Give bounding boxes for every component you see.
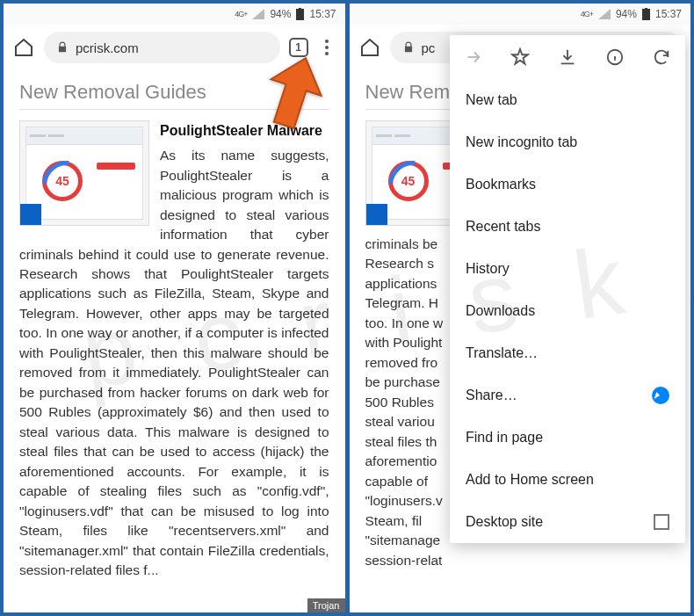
menu-new-tab[interactable]: New tab <box>450 79 685 121</box>
menu-find[interactable]: Find in page <box>450 417 685 459</box>
menu-bookmarks[interactable]: Bookmarks <box>450 163 685 206</box>
messenger-icon <box>652 387 669 404</box>
menu-desktop-site[interactable]: Desktop site <box>450 501 685 543</box>
gauge-icon: 45 <box>42 161 83 201</box>
home-icon <box>13 37 34 58</box>
home-button[interactable] <box>358 36 381 59</box>
lock-icon <box>402 41 415 54</box>
battery-percent: 94% <box>270 8 291 20</box>
page-content: New Removal Guides 45 PoulightStealer Ma… <box>4 70 345 591</box>
toolbar: pcrisk.com 1 <box>4 25 345 70</box>
address-bar[interactable]: pcrisk.com <box>44 32 280 63</box>
phone-right: 4G+ 94% 15:37 pc New Rem 45 crimina <box>350 4 691 612</box>
menu-button[interactable] <box>317 40 336 55</box>
menu-incognito[interactable]: New incognito tab <box>450 121 685 163</box>
category-tag: Trojan <box>307 598 345 612</box>
menu-downloads[interactable]: Downloads <box>450 290 685 332</box>
signal-icon <box>252 9 264 19</box>
battery-icon <box>296 8 304 20</box>
checkbox-icon[interactable] <box>654 514 669 530</box>
forward-icon[interactable] <box>464 47 483 67</box>
svg-rect-2 <box>299 8 301 10</box>
status-bar: 4G+ 94% 15:37 <box>4 4 345 25</box>
menu-share[interactable]: Share… <box>450 374 685 417</box>
home-icon <box>359 37 380 58</box>
tabs-button[interactable]: 1 <box>289 38 308 57</box>
blue-square <box>366 204 387 225</box>
battery-icon <box>642 8 650 20</box>
menu-history[interactable]: History <box>450 248 685 290</box>
url-text: pc <box>422 40 436 55</box>
star-icon[interactable] <box>510 47 530 67</box>
menu-translate[interactable]: Translate… <box>450 332 685 374</box>
svg-rect-1 <box>296 9 304 20</box>
network-indicator: 4G+ <box>235 10 247 18</box>
status-bar: 4G+ 94% 15:37 <box>350 4 691 25</box>
battery-percent: 94% <box>616 8 637 20</box>
blue-square <box>20 204 41 225</box>
article: 45 PoulightStealer Malware As its name s… <box>19 120 329 581</box>
lock-icon <box>56 41 69 54</box>
menu-recent-tabs[interactable]: Recent tabs <box>450 206 685 248</box>
clock: 15:37 <box>309 8 336 20</box>
red-bar <box>97 163 135 170</box>
phone-left: 4G+ 94% 15:37 pcrisk.com 1 New Removal G… <box>4 4 345 612</box>
reload-icon[interactable] <box>652 47 671 67</box>
page-heading: New Removal Guides <box>19 81 329 110</box>
info-icon[interactable] <box>605 47 625 67</box>
download-icon[interactable] <box>558 47 577 67</box>
clock: 15:37 <box>655 8 682 20</box>
home-button[interactable] <box>12 36 35 59</box>
menu-add-home[interactable]: Add to Home screen <box>450 459 685 501</box>
signal-icon <box>598 9 611 19</box>
gauge-icon: 45 <box>388 161 429 201</box>
url-text: pcrisk.com <box>76 40 139 55</box>
svg-rect-3 <box>642 9 650 20</box>
svg-rect-4 <box>645 8 647 10</box>
overflow-menu: New tab New incognito tab Bookmarks Rece… <box>450 35 685 543</box>
network-indicator: 4G+ <box>581 10 593 18</box>
article-thumbnail[interactable]: 45 <box>19 120 149 226</box>
menu-top-row <box>450 35 685 79</box>
